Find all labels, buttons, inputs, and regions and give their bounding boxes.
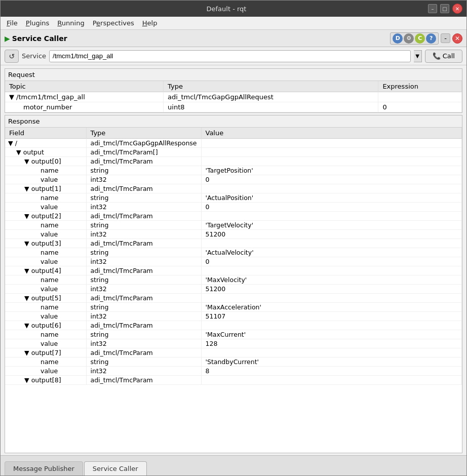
table-row[interactable]: ▼output[1] adi_tmcl/TmcParam	[5, 184, 462, 193]
response-table-body: ▼/ adi_tmcl/TmcGapGgpAllResponse ▼output…	[5, 139, 462, 385]
request-section: Request Topic Type Expression ▼/tmcm1/tm…	[5, 68, 462, 113]
response-field-cell: ▼output[1]	[5, 184, 86, 193]
table-row[interactable]: ▼/tmcm1/tmcl_gap_all adi_tmcl/TmcGapGgpA…	[5, 92, 462, 102]
table-row[interactable]: ▼output[4] adi_tmcl/TmcParam	[5, 266, 462, 275]
response-type-cell: adi_tmcl/TmcParam	[86, 348, 201, 358]
table-row[interactable]: value int32 128	[5, 339, 462, 348]
response-field-cell: value	[5, 367, 86, 376]
response-type-cell: adi_tmcl/TmcParam	[86, 321, 201, 330]
response-field-cell: name	[5, 303, 86, 312]
response-field-cell: name	[5, 330, 86, 339]
response-value-cell: 51200	[201, 285, 461, 294]
table-row[interactable]: name string 'MaxVelocity'	[5, 275, 462, 285]
service-input[interactable]	[49, 50, 411, 62]
gear-icon-button[interactable]: ⚙	[404, 33, 414, 44]
main-content: Request Topic Type Expression ▼/tmcm1/tm…	[1, 65, 466, 455]
request-table: Topic Type Expression ▼/tmcm1/tmcl_gap_a…	[5, 81, 462, 112]
close-window-button[interactable]: ✕	[452, 4, 462, 14]
table-row[interactable]: ▼output[5] adi_tmcl/TmcParam	[5, 294, 462, 303]
response-type-cell: string	[86, 193, 201, 203]
response-value-cell: 'ActualPosition'	[201, 193, 461, 203]
response-field-cell: value	[5, 285, 86, 294]
request-col-type: Type	[164, 81, 378, 92]
table-row[interactable]: value int32 51200	[5, 230, 462, 239]
response-type-cell: int32	[86, 230, 201, 239]
table-row[interactable]: ▼output[6] adi_tmcl/TmcParam	[5, 321, 462, 330]
menubar: File Plugins Running Perspectives Help	[1, 17, 466, 30]
table-row[interactable]: name string 'ActualVelocity'	[5, 248, 462, 257]
response-field-cell: name	[5, 221, 86, 230]
request-expression-cell[interactable]	[378, 92, 462, 102]
minimize-button[interactable]: –	[428, 4, 437, 13]
table-row[interactable]: value int32 51200	[5, 285, 462, 294]
menu-running[interactable]: Running	[53, 18, 88, 28]
minus-button[interactable]: -	[441, 33, 450, 43]
response-col-field: Field	[5, 128, 86, 139]
menu-help[interactable]: Help	[138, 18, 162, 28]
table-row[interactable]: ▼output adi_tmcl/TmcParam[]	[5, 148, 462, 157]
response-field-cell: value	[5, 257, 86, 266]
table-row[interactable]: value int32 51107	[5, 312, 462, 321]
call-label: Call	[443, 52, 455, 60]
response-type-cell: adi_tmcl/TmcParam	[86, 376, 201, 385]
d-icon-button[interactable]: D	[393, 33, 403, 44]
response-type-cell: adi_tmcl/TmcParam[]	[86, 148, 201, 157]
titlebar-controls: – □ ✕	[428, 4, 462, 14]
request-expression-cell[interactable]: 0	[378, 102, 462, 112]
table-row[interactable]: name string 'MaxCurrent'	[5, 330, 462, 339]
menu-file[interactable]: File	[3, 18, 22, 28]
response-value-cell	[201, 139, 461, 148]
c-icon-button[interactable]: C	[415, 33, 425, 44]
maximize-button[interactable]: □	[440, 4, 449, 13]
response-value-cell: 128	[201, 339, 461, 348]
table-row[interactable]: ▼output[8] adi_tmcl/TmcParam	[5, 376, 462, 385]
response-value-cell	[201, 348, 461, 358]
table-row[interactable]: ▼output[3] adi_tmcl/TmcParam	[5, 239, 462, 248]
response-value-cell	[201, 376, 461, 385]
response-type-cell: string	[86, 221, 201, 230]
response-field-cell: ▼/	[5, 139, 86, 148]
table-row[interactable]: name string 'TargetVelocity'	[5, 221, 462, 230]
response-value-cell: 'TargetVelocity'	[201, 221, 461, 230]
table-row[interactable]: name string 'ActualPosition'	[5, 193, 462, 203]
table-row[interactable]: value int32 0	[5, 257, 462, 266]
table-row[interactable]: ▼output[2] adi_tmcl/TmcParam	[5, 212, 462, 221]
table-row[interactable]: value int32 0	[5, 175, 462, 184]
table-row[interactable]: name string 'StandbyCurrent'	[5, 358, 462, 367]
menu-perspectives[interactable]: Perspectives	[89, 18, 138, 28]
table-row[interactable]: ▼/ adi_tmcl/TmcGapGgpAllResponse	[5, 139, 462, 148]
tab-active[interactable]: Service Caller	[84, 461, 147, 475]
response-field-cell: value	[5, 230, 86, 239]
table-row[interactable]: motor_number uint8 0	[5, 102, 462, 112]
response-value-cell	[201, 184, 461, 193]
close-plugin-button[interactable]: ✕	[452, 33, 462, 44]
request-type-cell: adi_tmcl/TmcGapGgpAllRequest	[164, 92, 378, 102]
response-field-cell: value	[5, 312, 86, 321]
table-row[interactable]: value int32 0	[5, 203, 462, 212]
table-row[interactable]: name string 'MaxAcceleration'	[5, 303, 462, 312]
response-value-cell: 'MaxCurrent'	[201, 330, 461, 339]
table-row[interactable]: ▼output[0] adi_tmcl/TmcParam	[5, 157, 462, 166]
response-field-cell: value	[5, 203, 86, 212]
tab-inactive[interactable]: Message Publisher	[5, 461, 83, 475]
response-value-cell	[201, 321, 461, 330]
response-type-cell: int32	[86, 203, 201, 212]
table-row[interactable]: name string 'TargetPosition'	[5, 166, 462, 175]
table-row[interactable]: ▼output[7] adi_tmcl/TmcParam	[5, 348, 462, 358]
response-type-cell: adi_tmcl/TmcParam	[86, 184, 201, 193]
call-button[interactable]: 📞 Call	[425, 50, 462, 63]
request-type-cell: uint8	[164, 102, 378, 112]
window-title: Default - rqt	[25, 5, 428, 13]
response-value-cell	[201, 212, 461, 221]
table-row[interactable]: value int32 8	[5, 367, 462, 376]
response-table-container[interactable]: Field Type Value ▼/ adi_tmcl/TmcGapGgpAl…	[5, 128, 462, 453]
refresh-button[interactable]: ↺	[5, 50, 19, 63]
request-table-header-row: Topic Type Expression	[5, 81, 462, 92]
response-value-cell: 51107	[201, 312, 461, 321]
help-icon-button[interactable]: ?	[426, 33, 436, 44]
response-type-cell: int32	[86, 285, 201, 294]
call-icon: 📞	[433, 52, 441, 60]
menu-plugins[interactable]: Plugins	[22, 18, 54, 28]
service-dropdown-button[interactable]: ▼	[414, 50, 422, 62]
request-field-cell: motor_number	[5, 102, 164, 112]
